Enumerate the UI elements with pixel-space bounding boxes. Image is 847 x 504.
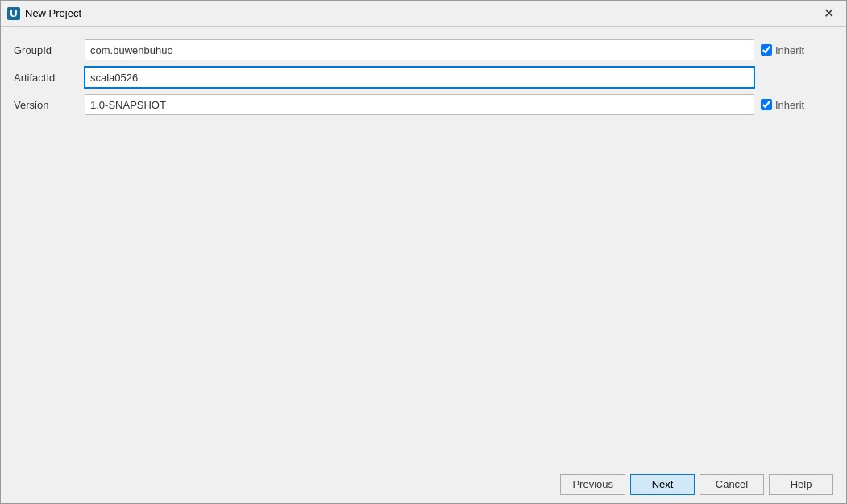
artifactid-row: ArtifactId Inherit xyxy=(14,67,833,88)
version-input[interactable] xyxy=(85,94,754,115)
groupid-inherit-label: Inherit xyxy=(775,44,804,56)
dialog-window: U New Project ✕ GroupId Inherit Artifact… xyxy=(0,0,847,504)
version-inherit-checkbox[interactable] xyxy=(761,99,772,110)
title-bar: U New Project ✕ xyxy=(1,1,846,27)
groupid-inherit: Inherit xyxy=(761,44,833,56)
close-button[interactable]: ✕ xyxy=(817,2,840,25)
form-content: GroupId Inherit ArtifactId Inherit Versi… xyxy=(1,27,846,465)
next-button[interactable]: Next xyxy=(630,474,695,495)
cancel-button[interactable]: Cancel xyxy=(700,474,764,495)
version-label: Version xyxy=(14,99,78,111)
groupid-inherit-checkbox[interactable] xyxy=(761,44,772,56)
help-button[interactable]: Help xyxy=(769,474,833,495)
app-icon: U xyxy=(7,7,20,20)
previous-button[interactable]: Previous xyxy=(560,474,625,495)
artifactid-label: ArtifactId xyxy=(14,72,78,84)
groupid-label: GroupId xyxy=(14,44,78,56)
footer: Previous Next Cancel Help xyxy=(1,465,846,503)
groupid-input[interactable] xyxy=(85,39,754,60)
artifactid-input[interactable] xyxy=(85,67,754,88)
window-title: New Project xyxy=(25,7,817,19)
version-inherit: Inherit xyxy=(761,99,833,111)
version-inherit-label: Inherit xyxy=(775,99,804,111)
groupid-row: GroupId Inherit xyxy=(14,39,833,60)
version-row: Version Inherit xyxy=(14,94,833,115)
